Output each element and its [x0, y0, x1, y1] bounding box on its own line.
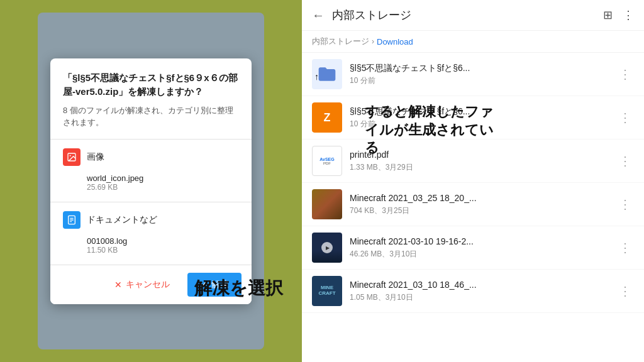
right-panel: ← 内部ストレージ ⊞ ⋮ 内部ストレージ › Download ↑ すると解凍… — [302, 0, 644, 362]
file-row[interactable]: MINECRAFT Minecraft 2021_03_10 18_46_...… — [302, 270, 644, 313]
svg-point-1 — [70, 155, 71, 156]
file-row-name: §l§5不思議なチェスト§fと§6... — [350, 62, 609, 74]
doc-section: ドキュメントなど 001008.log 11.50 KB — [50, 202, 252, 265]
extract-dialog: 「§l§5不思議なチェスト§fと§6９x６の部屋-ver5.0.zip」を解凍し… — [50, 58, 252, 304]
image-file-size: 25.69 KB — [87, 183, 239, 192]
file-row[interactable]: Minecraft 2021_03_25 18_20_... 704 KB、3月… — [302, 183, 644, 226]
doc-file-item: 001008.log 11.50 KB — [63, 235, 239, 256]
file-more-icon[interactable]: ⋮ — [616, 107, 634, 128]
file-info: Minecraft 2021_03_10 18_46_... 1.05 MB、3… — [350, 279, 609, 302]
file-info: §l§5不思議なチェスト§fと§6... 10 分前 — [350, 62, 609, 85]
file-row-name: Minecraft 2021_03_10 18_46_... — [350, 279, 609, 290]
minecraft3-thumb: MINECRAFT — [312, 276, 342, 306]
breadcrumb-parent[interactable]: 内部ストレージ — [312, 36, 369, 47]
file-more-icon[interactable]: ⋮ — [616, 64, 634, 84]
file-row-meta: 46.26 MB、3月10日 — [350, 249, 609, 260]
image-section-header: 画像 — [63, 148, 239, 166]
file-row[interactable]: ▶ Minecraft 2021-03-10 19-16-2... 46.26 … — [302, 226, 644, 270]
file-info: §l§5不思議なチェスト§fと§6... 10 分前 — [350, 106, 609, 129]
file-row-meta: 10 分前 — [350, 119, 609, 129]
doc-file-name: 001008.log — [87, 236, 239, 246]
check-icon: ✓ — [200, 280, 208, 290]
file-more-icon[interactable]: ⋮ — [616, 281, 634, 301]
image-section-icon — [63, 148, 80, 166]
header-icons: ⊞ ⋮ — [603, 8, 634, 22]
doc-section-icon — [63, 211, 80, 229]
breadcrumb: 内部ストレージ › Download — [302, 31, 644, 53]
zip-icon: Z — [312, 102, 342, 133]
left-panel: 「§l§5不思議なチェスト§fと§6９x６の部屋-ver5.0.zip」を解凍し… — [0, 0, 302, 362]
cancel-x-icon: ✕ — [114, 280, 122, 290]
file-row-meta: 1.05 MB、3月10日 — [350, 292, 609, 303]
file-row[interactable]: AvSEG PDF printer.pdf 1.33 MB、3月29日 ⋮ — [302, 140, 644, 183]
image-section: 画像 world_icon.jpeg 25.69 KB — [50, 140, 252, 202]
doc-section-label: ドキュメントなど — [87, 214, 157, 226]
cancel-button[interactable]: ✕ キャンセル — [102, 273, 182, 297]
file-row[interactable]: Z §l§5不思議なチェスト§fと§6... 10 分前 ⋮ — [302, 96, 644, 140]
file-more-icon[interactable]: ⋮ — [616, 238, 634, 258]
file-row-name: Minecraft 2021-03-10 19-16-2... — [350, 236, 609, 247]
pdf-thumb: AvSEG PDF — [312, 146, 342, 176]
dialog-actions: ✕ キャンセル ✓ 解凍 — [50, 265, 252, 304]
file-row-meta: 10 分前 — [350, 75, 609, 86]
extract-button[interactable]: ✓ 解凍 — [187, 273, 242, 297]
file-row-name: printer.pdf — [350, 149, 609, 160]
file-info: printer.pdf 1.33 MB、3月29日 — [350, 149, 609, 172]
file-row[interactable]: §l§5不思議なチェスト§fと§6... 10 分前 ⋮ — [302, 53, 644, 96]
file-more-icon[interactable]: ⋮ — [616, 194, 634, 214]
more-options-icon[interactable]: ⋮ — [623, 8, 634, 22]
back-arrow-icon[interactable]: ← — [312, 8, 325, 23]
folder-icon — [312, 59, 342, 89]
image-file-name: world_icon.jpeg — [87, 173, 239, 183]
file-more-icon[interactable]: ⋮ — [616, 151, 634, 171]
file-manager-header: ← 内部ストレージ ⊞ ⋮ — [302, 0, 644, 31]
header-title: 内部ストレージ — [332, 8, 596, 23]
extract-label: 解凍 — [211, 279, 229, 290]
file-row-name: §l§5不思議なチェスト§fと§6... — [350, 106, 609, 117]
minecraft2-thumb: ▶ — [312, 233, 342, 263]
file-row-meta: 1.33 MB、3月29日 — [350, 162, 609, 173]
breadcrumb-chevron-icon: › — [372, 37, 374, 46]
breadcrumb-current[interactable]: Download — [377, 37, 413, 47]
file-row-meta: 704 KB、3月25日 — [350, 206, 609, 216]
dialog-subtitle: 8 個のファイルが解凍され、カテゴリ別に整理されます。 — [50, 104, 252, 139]
zip-wrap: Z — [312, 102, 342, 133]
image-file-item: world_icon.jpeg 25.69 KB — [63, 172, 239, 193]
cancel-label: キャンセル — [126, 279, 170, 290]
file-info: Minecraft 2021_03_25 18_20_... 704 KB、3月… — [350, 192, 609, 216]
file-list: ↑ すると解凍したファイルが生成されている §l§5不思議なチェスト§fと§6.… — [302, 53, 644, 362]
doc-section-header: ドキュメントなど — [63, 211, 239, 229]
dialog-overlay: 「§l§5不思議なチェスト§fと§6９x６の部屋-ver5.0.zip」を解凍し… — [0, 0, 302, 362]
zip-symbol: Z — [324, 111, 331, 124]
grid-view-icon[interactable]: ⊞ — [603, 8, 613, 22]
image-section-label: 画像 — [87, 151, 104, 163]
dialog-title: 「§l§5不思議なチェスト§fと§6９x６の部屋-ver5.0.zip」を解凍し… — [50, 58, 252, 104]
file-row-name: Minecraft 2021_03_25 18_20_... — [350, 192, 609, 204]
minecraft1-thumb — [312, 189, 342, 219]
file-info: Minecraft 2021-03-10 19-16-2... 46.26 MB… — [350, 236, 609, 259]
doc-file-size: 11.50 KB — [87, 246, 239, 255]
